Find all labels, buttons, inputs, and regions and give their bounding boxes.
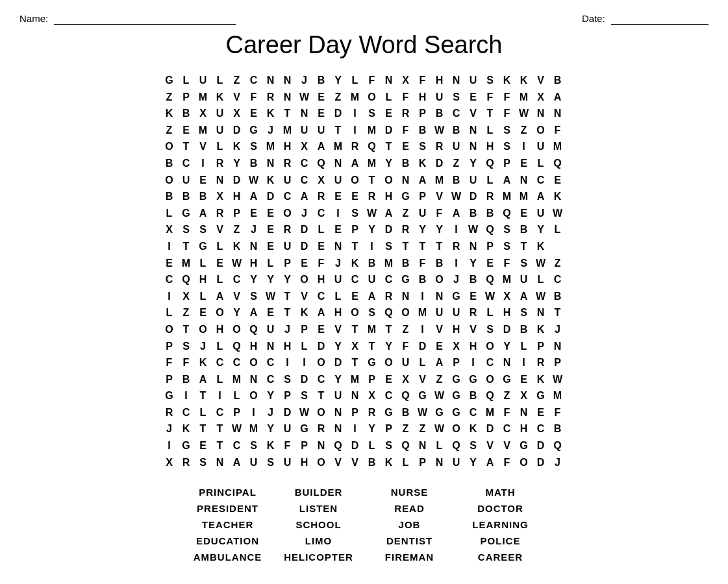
grid-cell: N bbox=[533, 105, 550, 122]
grid-cell: L bbox=[398, 454, 415, 471]
grid-cell: D bbox=[499, 321, 516, 338]
word-list: PRINCIPALPRESIDENTTEACHEREDUCATIONAMBULA… bbox=[19, 487, 709, 563]
grid-cell: P bbox=[297, 321, 314, 338]
grid-cell: Q bbox=[314, 155, 331, 172]
grid-cell: W bbox=[516, 105, 533, 122]
grid-cell: M bbox=[381, 255, 398, 272]
name-label: Name: bbox=[19, 13, 48, 24]
grid-row: ZPMKVFRNWEZMOLFHUSEFFMXA bbox=[162, 89, 567, 106]
grid-cell: A bbox=[415, 172, 432, 189]
grid-cell: S bbox=[246, 138, 263, 155]
grid-cell: B bbox=[398, 155, 415, 172]
grid-cell: M bbox=[499, 271, 516, 288]
grid-cell: F bbox=[398, 122, 415, 139]
grid-cell: A bbox=[246, 188, 263, 205]
grid-cell: P bbox=[297, 437, 314, 454]
grid-cell: G bbox=[499, 371, 516, 388]
grid-cell: R bbox=[263, 89, 280, 106]
grid-row: IGETCSKFPNQDLSQNLQSVVGDQ bbox=[162, 437, 567, 454]
grid-cell: V bbox=[297, 288, 314, 305]
grid-cell: F bbox=[314, 255, 331, 272]
grid-cell: W bbox=[415, 404, 432, 421]
grid-cell: R bbox=[364, 188, 381, 205]
grid-cell: S bbox=[246, 437, 263, 454]
grid-row: JKTTWMYUGRNIYPZZWOKDCHCB bbox=[162, 420, 567, 437]
grid-cell: D bbox=[229, 172, 246, 189]
grid-cell: N bbox=[331, 238, 347, 255]
grid-cell: L bbox=[331, 288, 347, 305]
date-label: Date: bbox=[582, 13, 605, 24]
grid-cell: H bbox=[314, 271, 331, 288]
grid-row: EMLEWHLPEFJKBMBFBIYEFSWZ bbox=[162, 255, 567, 272]
grid-cell: U bbox=[179, 172, 195, 189]
grid-cell: H bbox=[246, 255, 263, 272]
grid-cell: U bbox=[398, 354, 415, 371]
grid-cell: A bbox=[246, 304, 263, 321]
grid-cell: B bbox=[466, 387, 483, 404]
grid-cell: K bbox=[415, 155, 432, 172]
grid-cell: R bbox=[432, 138, 449, 155]
grid-cell: X bbox=[162, 221, 179, 238]
grid-cell: C bbox=[533, 172, 550, 189]
grid-cell: Q bbox=[483, 221, 499, 238]
grid-cell: O bbox=[483, 371, 499, 388]
grid-cell: I bbox=[246, 404, 263, 421]
grid-cell: E bbox=[516, 205, 533, 222]
grid-cell: N bbox=[550, 105, 567, 122]
grid-cell: N bbox=[331, 404, 347, 421]
grid-cell: Q bbox=[499, 205, 516, 222]
grid-cell: O bbox=[195, 321, 212, 338]
grid-cell: X bbox=[229, 105, 246, 122]
grid-cell: H bbox=[466, 338, 483, 355]
grid-cell: G bbox=[516, 437, 533, 454]
grid-row: XRSNAUSUHOVVBKLPNUYAFODJ bbox=[162, 454, 567, 471]
grid-cell: X bbox=[297, 138, 314, 155]
word-item: CAREER bbox=[478, 552, 523, 563]
grid-cell: M bbox=[246, 420, 263, 437]
grid-cell: K bbox=[466, 420, 483, 437]
grid-cell: Z bbox=[516, 122, 533, 139]
grid-cell: F bbox=[415, 255, 432, 272]
grid-cell: Y bbox=[263, 387, 280, 404]
grid-cell: A bbox=[381, 205, 398, 222]
grid-cell: P bbox=[162, 338, 179, 355]
grid-cell: S bbox=[179, 338, 195, 355]
grid-cell: N bbox=[297, 105, 314, 122]
grid-cell: L bbox=[432, 437, 449, 454]
grid-cell: I bbox=[449, 255, 466, 272]
grid-cell: P bbox=[280, 255, 297, 272]
grid-row: XSSVZJERDLEPYDRYYIWQSBYL bbox=[162, 221, 567, 238]
grid-cell: R bbox=[314, 188, 331, 205]
grid-cell: E bbox=[331, 188, 347, 205]
grid-cell: S bbox=[280, 371, 297, 388]
grid-cell: W bbox=[466, 221, 483, 238]
grid-cell: X bbox=[516, 387, 533, 404]
grid-cell: E bbox=[263, 221, 280, 238]
grid-cell: N bbox=[263, 72, 280, 89]
grid-cell: V bbox=[229, 89, 246, 106]
grid-cell: L bbox=[212, 271, 229, 288]
grid-cell: W bbox=[432, 420, 449, 437]
grid-cell: I bbox=[466, 354, 483, 371]
grid-cell: T bbox=[179, 321, 195, 338]
grid-cell: N bbox=[263, 338, 280, 355]
grid-cell: N bbox=[280, 89, 297, 106]
grid-cell: E bbox=[466, 288, 483, 305]
grid-cell: J bbox=[263, 404, 280, 421]
grid-cell: S bbox=[297, 387, 314, 404]
grid-cell: J bbox=[297, 205, 314, 222]
grid-cell: F bbox=[364, 72, 381, 89]
grid-cell: J bbox=[263, 122, 280, 139]
grid-cell: S bbox=[263, 454, 280, 471]
grid-cell: L bbox=[381, 89, 398, 106]
grid-cell: S bbox=[381, 437, 398, 454]
grid-row: PSJLQHNHLDYXTYFDEXHOYLPN bbox=[162, 338, 567, 355]
grid-cell: F bbox=[550, 122, 567, 139]
grid-cell: E bbox=[314, 321, 331, 338]
grid-cell: N bbox=[432, 288, 449, 305]
grid-cell: N bbox=[466, 238, 483, 255]
word-item: NURSE bbox=[391, 487, 429, 498]
grid-cell: E bbox=[263, 205, 280, 222]
grid-cell: U bbox=[280, 454, 297, 471]
word-item: FIREMAN bbox=[385, 552, 434, 563]
